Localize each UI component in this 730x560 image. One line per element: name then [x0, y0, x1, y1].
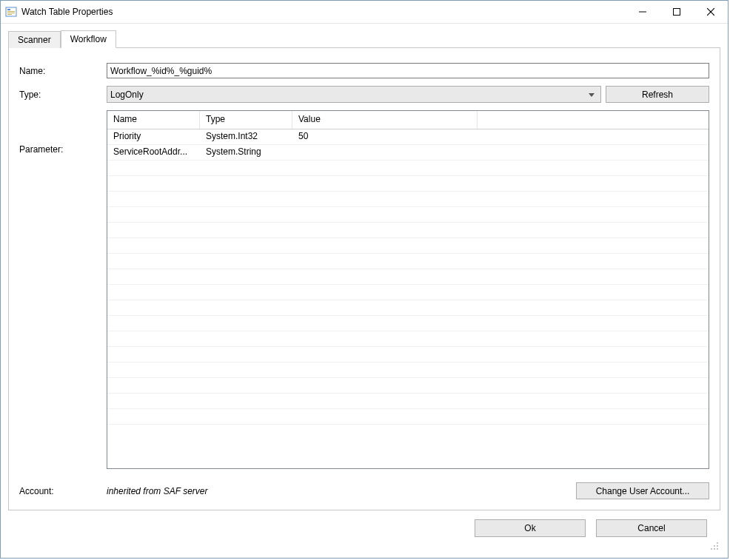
svg-rect-6 — [674, 9, 680, 16]
tab-panel-workflow: Name: Type: LogOnly Refresh — [8, 47, 720, 510]
grid-header: Name Type Value — [107, 111, 709, 129]
col-header-value[interactable]: Value — [292, 111, 478, 129]
grid-body: PrioritySystem.Int3250ServiceRootAddr...… — [107, 129, 709, 468]
parameter-grid[interactable]: Name Type Value PrioritySystem.Int3250Se… — [107, 110, 709, 469]
table-row-empty — [107, 161, 709, 176]
tab-scanner[interactable]: Scanner — [8, 31, 61, 48]
client-area: Scanner Workflow Name: Type: LogOnly — [1, 24, 728, 558]
table-row-empty — [107, 316, 709, 331]
svg-point-12 — [711, 548, 712, 550]
input-name[interactable] — [107, 63, 709, 78]
table-row-empty — [107, 347, 709, 362]
cell-value — [292, 145, 478, 160]
svg-point-11 — [717, 545, 718, 547]
titlebar: Watch Table Properties — [1, 1, 728, 24]
table-row-empty — [107, 300, 709, 316]
window-title: Watch Table Properties — [21, 7, 626, 17]
cell-value: 50 — [292, 129, 478, 144]
row-name: Name: — [19, 63, 709, 78]
table-row[interactable]: PrioritySystem.Int3250 — [107, 129, 709, 145]
table-row-empty — [107, 331, 709, 347]
ok-button[interactable]: Ok — [475, 519, 586, 537]
svg-point-14 — [717, 548, 718, 550]
window-controls — [626, 1, 728, 23]
table-row-empty — [107, 238, 709, 254]
tab-strip: Scanner Workflow — [8, 30, 720, 47]
row-type: Type: LogOnly Refresh — [19, 86, 709, 103]
label-parameter: Parameter: — [19, 110, 107, 469]
label-name: Name: — [19, 66, 107, 76]
cancel-button[interactable]: Cancel — [596, 519, 707, 537]
dialog-window: Watch Table Properties Scanner Workflow … — [0, 0, 729, 559]
minimize-button[interactable] — [626, 1, 660, 23]
cell-rest — [478, 129, 709, 144]
table-row-empty — [107, 378, 709, 394]
col-header-rest — [478, 111, 709, 129]
svg-rect-1 — [7, 9, 10, 10]
svg-line-7 — [707, 8, 714, 16]
svg-rect-3 — [7, 13, 15, 13]
svg-point-10 — [714, 545, 715, 547]
svg-rect-2 — [7, 11, 15, 12]
table-row-empty — [107, 254, 709, 269]
col-header-name[interactable]: Name — [107, 111, 200, 129]
table-row-empty — [107, 192, 709, 207]
svg-rect-4 — [7, 14, 12, 15]
table-row-empty — [107, 394, 709, 409]
label-type: Type: — [19, 90, 107, 100]
dialog-footer: Ok Cancel — [8, 510, 720, 552]
table-row-empty — [107, 176, 709, 192]
cell-rest — [478, 145, 709, 160]
change-user-account-button[interactable]: Change User Account... — [576, 482, 709, 499]
tab-workflow[interactable]: Workflow — [61, 30, 116, 48]
resize-grip-icon[interactable] — [709, 540, 719, 550]
svg-point-13 — [714, 548, 715, 550]
chevron-down-icon — [586, 90, 597, 100]
cell-type: System.Int32 — [200, 129, 292, 144]
table-row-empty — [107, 269, 709, 285]
row-account: Account: inherited from SAF server Chang… — [19, 482, 709, 499]
row-parameter: Parameter: Name Type Value PrioritySyste… — [19, 110, 709, 469]
app-icon — [5, 6, 17, 18]
value-account: inherited from SAF server — [107, 486, 576, 496]
table-row-empty — [107, 207, 709, 223]
cell-name: Priority — [107, 129, 200, 144]
cell-type: System.String — [200, 145, 292, 160]
table-row-empty — [107, 223, 709, 238]
refresh-button[interactable]: Refresh — [606, 86, 709, 103]
svg-line-8 — [707, 8, 714, 16]
table-row[interactable]: ServiceRootAddr...System.String — [107, 145, 709, 161]
svg-point-9 — [717, 542, 718, 544]
table-row-empty — [107, 362, 709, 378]
table-row-empty — [107, 285, 709, 300]
cell-name: ServiceRootAddr... — [107, 145, 200, 160]
label-account: Account: — [19, 486, 107, 496]
close-button[interactable] — [694, 1, 728, 23]
col-header-type[interactable]: Type — [200, 111, 292, 129]
combo-type[interactable]: LogOnly — [107, 86, 601, 103]
maximize-button[interactable] — [660, 1, 694, 23]
table-row-empty — [107, 409, 709, 425]
combo-type-value: LogOnly — [110, 90, 586, 100]
